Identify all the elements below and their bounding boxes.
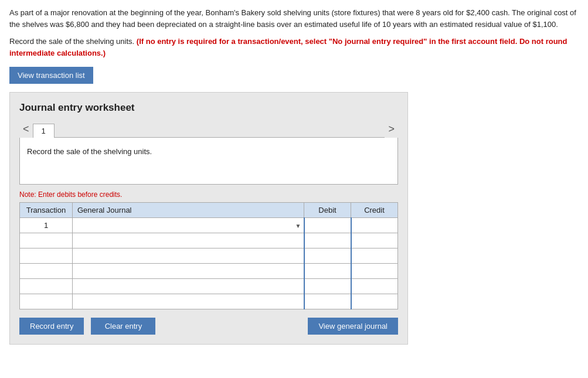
credit-cell[interactable] [351, 264, 398, 279]
general-journal-input[interactable] [75, 294, 301, 309]
debit-input[interactable] [305, 233, 351, 248]
description-text: Record the sale of the shelving units. [27, 147, 152, 156]
debit-input[interactable] [305, 294, 351, 309]
table-row [20, 279, 398, 294]
debit-cell[interactable] [304, 248, 351, 264]
general-journal-cell[interactable]: ▼ [73, 218, 304, 233]
debit-cell[interactable] [304, 264, 351, 279]
debit-input[interactable] [305, 218, 351, 233]
credit-input[interactable] [352, 264, 398, 278]
journal-table: Transaction General Journal Debit Credit… [19, 202, 398, 309]
table-row [20, 248, 398, 264]
credit-input[interactable] [352, 294, 398, 309]
worksheet-title: Journal entry worksheet [19, 102, 398, 114]
debit-cell[interactable] [304, 218, 351, 233]
table-row [20, 233, 398, 248]
table-row [20, 264, 398, 279]
tab-nav-right-arrow[interactable]: > [385, 121, 398, 138]
credit-cell[interactable] [351, 218, 398, 233]
general-journal-cell[interactable] [73, 248, 304, 264]
credit-cell[interactable] [351, 233, 398, 248]
tab-navigation: < 1 > [19, 121, 398, 138]
general-journal-input[interactable] [75, 248, 301, 263]
general-journal-cell[interactable] [73, 264, 304, 279]
general-journal-input[interactable] [75, 279, 301, 294]
dropdown-arrow-icon: ▼ [295, 222, 301, 229]
debit-input[interactable] [305, 264, 351, 278]
tab-nav-left-arrow[interactable]: < [19, 121, 33, 138]
general-journal-cell[interactable] [73, 279, 304, 294]
transaction-cell [20, 248, 73, 264]
transaction-cell [20, 264, 73, 279]
general-journal-cell[interactable] [73, 294, 304, 309]
instruction-normal: Record the sale of the shelving units. [9, 37, 134, 46]
credit-input[interactable] [352, 279, 398, 294]
table-row [20, 294, 398, 309]
record-entry-button[interactable]: Record entry [19, 318, 84, 335]
bottom-buttons: Record entry Clear entry View general jo… [19, 318, 398, 335]
tab-spacer [55, 121, 385, 138]
debit-input[interactable] [305, 279, 351, 294]
table-row: 1▼ [20, 218, 398, 233]
col-header-credit: Credit [351, 203, 398, 218]
general-journal-input[interactable] [75, 233, 301, 248]
credit-cell[interactable] [351, 248, 398, 264]
general-journal-input[interactable] [75, 218, 301, 233]
credit-input[interactable] [352, 233, 398, 248]
view-general-journal-button[interactable]: View general journal [308, 318, 398, 335]
credit-cell[interactable] [351, 279, 398, 294]
transaction-cell [20, 233, 73, 248]
intro-paragraph: As part of a major renovation at the beg… [9, 7, 579, 30]
instruction-text: Record the sale of the shelving units. (… [9, 36, 579, 59]
credit-input[interactable] [352, 248, 398, 263]
debit-cell[interactable] [304, 279, 351, 294]
debit-cell[interactable] [304, 233, 351, 248]
credit-input[interactable] [352, 218, 398, 233]
worksheet-container: Journal entry worksheet < 1 > Record the… [9, 92, 408, 345]
description-box: Record the sale of the shelving units. [19, 138, 398, 185]
credit-cell[interactable] [351, 294, 398, 309]
col-header-debit: Debit [304, 203, 351, 218]
transaction-cell: 1 [20, 218, 73, 233]
col-header-transaction: Transaction [20, 203, 73, 218]
transaction-cell [20, 279, 73, 294]
note-text: Note: Enter debits before credits. [19, 190, 398, 199]
view-transaction-button[interactable]: View transaction list [9, 67, 93, 84]
debit-input[interactable] [305, 248, 351, 263]
general-journal-cell[interactable] [73, 233, 304, 248]
debit-cell[interactable] [304, 294, 351, 309]
clear-entry-button[interactable]: Clear entry [91, 318, 155, 335]
tab-1[interactable]: 1 [33, 124, 55, 138]
general-journal-input[interactable] [75, 264, 301, 278]
transaction-cell [20, 294, 73, 309]
col-header-general-journal: General Journal [73, 203, 304, 218]
